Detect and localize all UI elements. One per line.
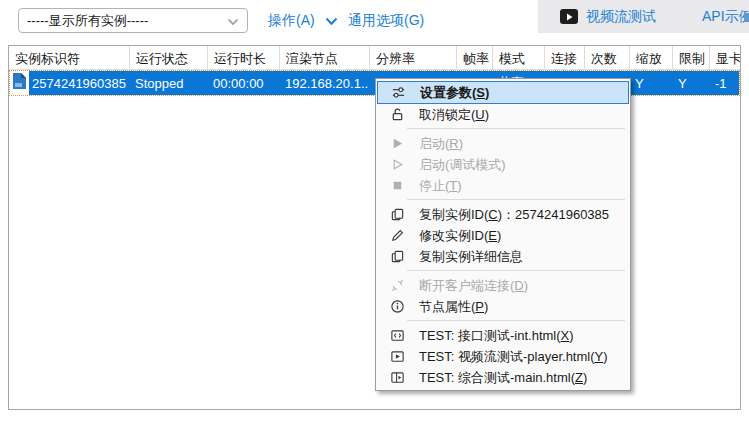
api-examples-link[interactable]: API示例 — [702, 8, 749, 26]
instance-filter-dropdown[interactable]: -----显示所有实例----- — [18, 8, 248, 33]
clipped-toolbar-item — [744, 13, 749, 22]
menu-item-label: TEST: 视频流测试-player.html(Y) — [419, 348, 608, 366]
action-menu-button[interactable]: 操作(A) — [268, 12, 338, 30]
column-header-resolution[interactable]: 分辨率 — [370, 46, 457, 69]
menu-separator — [407, 199, 625, 200]
video-stream-test-link[interactable]: 视频流测试 — [560, 8, 656, 26]
menu-item-set-parameters[interactable]: 设置参数(S) — [377, 81, 629, 104]
menu-item-unlock[interactable]: 取消锁定(U) — [377, 104, 629, 125]
app-window: -----显示所有实例----- 操作(A) 通用选项(G) 视频流测试 API… — [0, 0, 749, 423]
menu-item-node-properties[interactable]: 节点属性(P) — [377, 296, 629, 317]
menu-item-label: 修改实例ID(E) — [419, 227, 501, 245]
menu-item-label: 复制实例详细信息 — [419, 248, 523, 266]
menu-separator — [407, 270, 625, 271]
menu-item-label: TEST: 综合测试-main.html(Z) — [419, 369, 587, 387]
cell-limit: Y — [672, 76, 709, 91]
info-icon — [389, 299, 405, 315]
cell-instance-id: 2574241960385 — [29, 76, 129, 91]
menu-item-label: 启动(调试模式) — [419, 156, 506, 174]
menu-separator — [407, 320, 625, 321]
column-header-uptime[interactable]: 运行时长 — [208, 46, 280, 69]
unlink-icon — [389, 278, 405, 294]
menu-item-start-debug: 启动(调试模式) — [377, 154, 629, 175]
cell-render-node: 192.168.20.1... — [279, 76, 369, 91]
column-header-instance-id[interactable]: 实例标识符 — [9, 46, 130, 69]
copy-icon — [389, 207, 405, 223]
chevron-down-icon — [325, 12, 338, 30]
menu-item-label: 节点属性(P) — [419, 298, 488, 316]
toolbar: -----显示所有实例----- 操作(A) 通用选项(G) 视频流测试 API… — [0, 0, 749, 40]
cell-gpu: -1 — [709, 76, 739, 91]
column-header-scale[interactable]: 缩放 — [630, 46, 673, 69]
column-header-limit[interactable]: 限制 — [673, 46, 710, 69]
menu-item-test-video-player[interactable]: TEST: 视频流测试-player.html(Y) — [377, 346, 629, 367]
player-file-icon — [389, 349, 405, 365]
menu-item-label: 取消锁定(U) — [419, 106, 489, 124]
menu-item-label: 断开客户端连接(D) — [419, 277, 528, 295]
cell-uptime: 00:00:00 — [207, 76, 279, 91]
menu-item-label: 停止(T) — [419, 177, 462, 195]
menu-item-edit-instance-id[interactable]: 修改实例ID(E) — [377, 225, 629, 246]
edit-pencil-icon — [389, 228, 405, 244]
context-menu: 设置参数(S) 取消锁定(U) 启动(R) 启动(调试模式) 停止( — [375, 78, 631, 391]
unlock-icon — [389, 107, 405, 123]
stop-icon — [389, 178, 405, 194]
menu-item-label: TEST: 接口测试-int.html(X) — [419, 327, 574, 345]
column-header-status[interactable]: 运行状态 — [130, 46, 208, 69]
menu-item-test-interface[interactable]: TEST: 接口测试-int.html(X) — [377, 325, 629, 346]
row-icon-zone — [10, 71, 29, 95]
menu-item-copy-instance-details[interactable]: 复制实例详细信息 — [377, 246, 629, 267]
play-icon — [389, 136, 405, 152]
menu-item-disconnect-client: 断开客户端连接(D) — [377, 275, 629, 296]
split-player-file-icon — [389, 370, 405, 386]
menu-separator — [407, 128, 625, 129]
menu-item-label: 启动(R) — [419, 135, 463, 153]
column-header-mode[interactable]: 模式 — [493, 46, 545, 69]
table-header: 实例标识符 运行状态 运行时长 渲染节点 分辨率 帧率 模式 连接 次数 缩放 … — [9, 46, 740, 70]
play-video-icon — [560, 9, 578, 24]
column-header-count[interactable]: 次数 — [585, 46, 630, 69]
instance-document-icon — [12, 72, 27, 94]
menu-item-test-main[interactable]: TEST: 综合测试-main.html(Z) — [377, 367, 629, 388]
menu-item-label: 复制实例ID(C)：2574241960385 — [419, 206, 609, 224]
menu-item-copy-instance-id[interactable]: 复制实例ID(C)：2574241960385 — [377, 204, 629, 225]
video-stream-test-label: 视频流测试 — [586, 8, 656, 26]
action-menu-label: 操作(A) — [268, 12, 315, 30]
instance-filter-value: -----显示所有实例----- — [27, 12, 227, 30]
cell-status: Stopped — [129, 76, 207, 91]
code-file-icon — [389, 328, 405, 344]
cell-scale: Y — [629, 76, 672, 91]
column-header-render-node[interactable]: 渲染节点 — [280, 46, 370, 69]
copy-icon — [389, 249, 405, 265]
chevron-down-icon — [227, 12, 239, 30]
sliders-icon — [390, 85, 406, 101]
menu-item-stop: 停止(T) — [377, 175, 629, 196]
play-outline-icon — [389, 157, 405, 173]
column-header-connections[interactable]: 连接 — [545, 46, 585, 69]
menu-item-label: 设置参数(S) — [420, 84, 489, 102]
toolbar-right-section: 视频流测试 API示例 — [538, 0, 749, 33]
column-header-gpu[interactable]: 显卡 — [710, 46, 740, 69]
menu-item-start: 启动(R) — [377, 133, 629, 154]
general-options-link[interactable]: 通用选项(G) — [348, 12, 424, 30]
column-header-fps[interactable]: 帧率 — [457, 46, 493, 69]
